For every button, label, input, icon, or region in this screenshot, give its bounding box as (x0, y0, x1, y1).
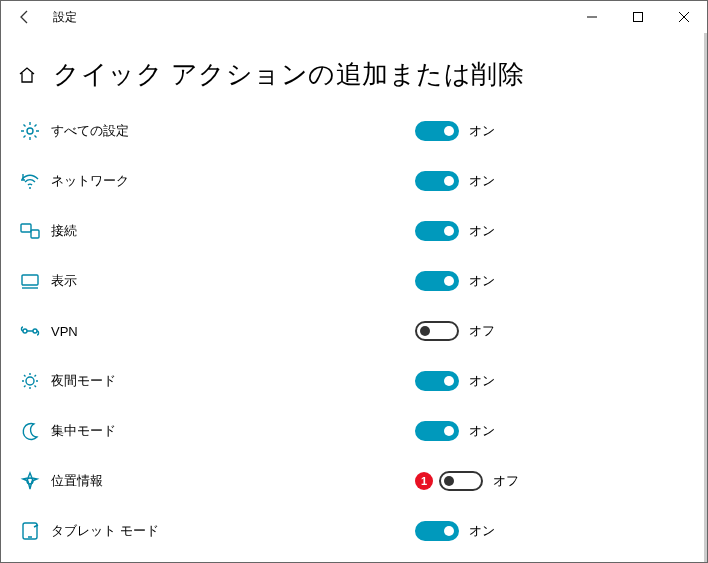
back-button[interactable] (1, 1, 49, 33)
title-bar: 設定 (1, 1, 707, 33)
maximize-button[interactable] (615, 1, 661, 33)
annotation-badge: 1 (415, 472, 433, 490)
toggle-location[interactable] (439, 471, 483, 491)
content-area: クイック アクションの追加または削除 すべての設定オンネットワークオン接続オン表… (1, 33, 707, 562)
toggle-vpn[interactable] (415, 321, 459, 341)
night-icon (15, 371, 45, 391)
quick-action-label: ネットワーク (51, 172, 693, 190)
toggle-area: オン (415, 371, 495, 391)
project-icon (15, 271, 45, 291)
quick-action-row-project: 表示オン (15, 256, 693, 306)
toggle-area: オン (415, 171, 495, 191)
quick-action-label: 集中モード (51, 422, 693, 440)
toggle-state-label: オン (469, 272, 495, 290)
gear-icon (15, 121, 45, 141)
toggle-knob (444, 476, 454, 486)
toggle-knob (444, 176, 454, 186)
quick-action-row-focus-assist: 集中モードオン (15, 406, 693, 456)
toggle-state-label: オン (469, 172, 495, 190)
toggle-area: オン (415, 271, 495, 291)
location-icon (15, 471, 45, 491)
toggle-state-label: オフ (493, 472, 519, 490)
toggle-state-label: オン (469, 222, 495, 240)
toggle-knob (444, 376, 454, 386)
toggle-knob (444, 526, 454, 536)
quick-action-row-connect: 接続オン (15, 206, 693, 256)
toggle-state-label: オン (469, 422, 495, 440)
toggle-knob (444, 276, 454, 286)
toggle-all-settings[interactable] (415, 121, 459, 141)
window-title: 設定 (49, 9, 77, 26)
toggle-state-label: オン (469, 372, 495, 390)
toggle-state-label: オン (469, 522, 495, 540)
quick-action-label: 夜間モード (51, 372, 693, 390)
quick-action-row-tablet-mode: タブレット モードオン (15, 506, 693, 556)
vpn-icon (15, 321, 45, 341)
wifi-icon (15, 171, 45, 191)
quick-action-row-location: 位置情報1オフ (15, 456, 693, 506)
svg-rect-0 (634, 13, 643, 22)
page-title: クイック アクションの追加または削除 (53, 57, 524, 92)
toggle-area: 1オフ (415, 471, 519, 491)
toggle-night-light[interactable] (415, 371, 459, 391)
quick-action-label: すべての設定 (51, 122, 693, 140)
toggle-project[interactable] (415, 271, 459, 291)
tablet-icon (15, 521, 45, 541)
quick-action-row-network: ネットワークオン (15, 156, 693, 206)
quick-action-label: 表示 (51, 272, 693, 290)
close-button[interactable] (661, 1, 707, 33)
toggle-state-label: オン (469, 122, 495, 140)
toggle-area: オフ (415, 321, 495, 341)
toggle-area: オン (415, 221, 495, 241)
quick-action-label: タブレット モード (51, 522, 693, 540)
toggle-focus-assist[interactable] (415, 421, 459, 441)
quick-action-label: 接続 (51, 222, 693, 240)
toggle-area: オン (415, 421, 495, 441)
quick-action-row-all-settings: すべての設定オン (15, 106, 693, 156)
minimize-button[interactable] (569, 1, 615, 33)
toggle-network[interactable] (415, 171, 459, 191)
quick-actions-list: すべての設定オンネットワークオン接続オン表示オンVPNオフ夜間モードオン集中モー… (1, 106, 707, 556)
moon-icon (15, 421, 45, 441)
toggle-area: オン (415, 521, 495, 541)
quick-action-label: 位置情報 (51, 472, 693, 490)
quick-action-row-vpn: VPNオフ (15, 306, 693, 356)
toggle-area: オン (415, 121, 495, 141)
toggle-knob (420, 326, 430, 336)
scrollbar[interactable] (704, 33, 707, 562)
quick-action-label: VPN (51, 324, 693, 339)
toggle-connect[interactable] (415, 221, 459, 241)
toggle-knob (444, 226, 454, 236)
toggle-knob (444, 126, 454, 136)
toggle-state-label: オフ (469, 322, 495, 340)
connect-icon (15, 221, 45, 241)
toggle-knob (444, 426, 454, 436)
page-header: クイック アクションの追加または削除 (1, 51, 707, 106)
quick-action-row-night-light: 夜間モードオン (15, 356, 693, 406)
toggle-tablet-mode[interactable] (415, 521, 459, 541)
home-icon[interactable] (15, 65, 39, 85)
